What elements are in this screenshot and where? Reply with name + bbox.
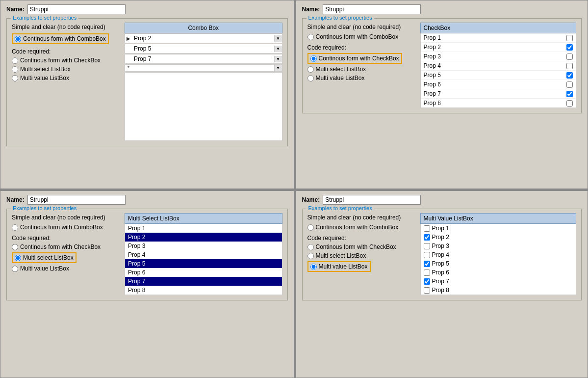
radio-tl-2[interactable] [12,57,18,64]
radio-label-br-3: Multi select ListBox [316,252,366,259]
radio-label-tl-2: Continous form with CheckBox [20,57,101,64]
name-input-bl[interactable] [27,195,126,205]
multival-item-4[interactable]: Prop 4 [421,250,576,259]
radio-option-br-3: Multi select ListBox [307,252,415,259]
radio-option-tl-1: Continous form with ComboBox [12,33,120,44]
radio-bl-4[interactable] [12,266,18,272]
multival-item-1[interactable]: Prop 1 [421,224,576,233]
highlighted-radio-tl: Continous form with ComboBox [12,33,109,44]
listbox-item-5[interactable]: Prop 5 [125,259,282,268]
checkbox-header-tr: CheckBox [420,23,577,33]
multival-checkbox-4[interactable] [424,252,430,258]
radio-tl-4[interactable] [12,75,18,81]
radio-label-tr-1: Continous form with ComboBox [316,33,399,40]
multival-checkbox-3[interactable] [424,243,430,249]
radio-br-3[interactable] [307,253,314,259]
combo-row-2[interactable]: Prop 5 ▼ [125,44,282,54]
checkbox-widget-tr: CheckBox Prop 1 Prop 2 Prop 3 [420,23,577,108]
examples-group-tr: Examples to set properties Simple and cl… [302,18,582,113]
multival-checkbox-1[interactable] [424,225,430,232]
listbox-item-6[interactable]: Prop 6 [125,268,282,277]
radio-tr-1[interactable] [307,34,314,40]
multival-checkbox-5[interactable] [424,261,430,267]
listbox-item-1[interactable]: Prop 1 [125,224,282,233]
radio-label-tl-3: Multi select ListBox [20,66,71,73]
checkbox-label-2: Prop 2 [424,44,441,51]
checkbox-label-6: Prop 6 [424,81,441,88]
multival-checkbox-8[interactable] [424,287,430,294]
listbox-item-4[interactable]: Prop 4 [125,250,282,259]
checkbox-5[interactable] [566,72,573,79]
radio-bl-1[interactable] [12,224,18,231]
multival-item-7[interactable]: Prop 7 [421,277,576,286]
listbox-body-bl: Prop 1 Prop 2 Prop 3 Prop 4 Prop 5 Prop … [125,224,282,295]
name-label-tl: Name: [6,6,25,13]
radio-label-br-1: Continous form with ComboBox [316,224,399,231]
listbox-header-bl: Multi Select ListBox [125,213,282,224]
multival-item-2[interactable]: Prop 2 [421,233,576,242]
listbox-item-3[interactable]: Prop 3 [125,242,282,250]
combo-row-1[interactable]: ▶ Prop 2 ▼ [125,33,282,43]
examples-legend-tl: Examples to set properties [11,15,78,21]
multival-header-br: Multi Value ListBox [420,213,577,224]
name-input-br[interactable] [323,195,421,205]
radio-label-bl-3: Multi select ListBox [23,254,74,261]
radio-tr-2[interactable] [310,55,317,62]
checkbox-2[interactable] [566,44,573,51]
radio-tr-4[interactable] [307,75,314,81]
highlighted-radio-br: Multi value ListBox [307,261,371,272]
radio-label-tr-4: Multi value ListBox [316,75,365,81]
combo-row-3[interactable]: Prop 7 ▼ [125,54,282,64]
radio-tl-3[interactable] [12,66,18,73]
examples-legend-tr: Examples to set properties [307,15,374,21]
radio-option-tr-1: Continous form with ComboBox [307,33,415,40]
combo-btn-2[interactable]: ▼ [274,46,282,52]
multival-checkbox-2[interactable] [424,234,430,241]
radio-tr-3[interactable] [307,66,314,73]
multival-checkbox-6[interactable] [424,270,430,276]
name-input-tl[interactable] [27,4,126,14]
checkbox-4[interactable] [566,63,573,69]
checkbox-1[interactable] [566,35,573,41]
combo-value-3: Prop 7 [132,54,274,63]
radio-br-2[interactable] [307,244,314,250]
radio-bl-2[interactable] [12,244,18,250]
radio-label-br-4: Multi value ListBox [319,263,368,270]
code-required-tr: Code required: [307,44,415,51]
multival-item-5[interactable]: Prop 5 [421,259,576,268]
checkbox-3[interactable] [566,54,573,60]
checkbox-7[interactable] [566,91,573,97]
radio-bl-3[interactable] [15,255,21,261]
radio-br-4[interactable] [310,264,317,270]
checkbox-item-4: Prop 4 [421,61,576,71]
multival-label-4: Prop 4 [432,251,449,258]
checkbox-6[interactable] [566,81,573,88]
checkbox-item-3: Prop 3 [421,52,576,61]
radio-option-tr-3: Multi select ListBox [307,66,415,73]
radio-option-br-2: Continous form with CheckBox [307,243,415,250]
combo-btn-3[interactable]: ▼ [274,56,282,62]
multival-item-6[interactable]: Prop 6 [421,268,576,277]
panel-content-bl: Simple and clear (no code required) Cont… [12,213,282,295]
radio-option-tr-2: Continous form with CheckBox [307,53,415,64]
radio-tl-1[interactable] [15,36,21,42]
multival-item-3[interactable]: Prop 3 [421,242,576,250]
combo-btn-1[interactable]: ▼ [274,35,282,42]
radio-option-br-4: Multi value ListBox [307,261,415,272]
checkbox-item-2: Prop 2 [421,43,576,52]
listbox-item-7[interactable]: Prop 7 [125,277,282,286]
main-grid: Name: Examples to set properties Simple … [0,0,588,378]
name-row-tl: Name: [6,4,288,14]
radio-br-1[interactable] [307,224,314,231]
name-input-tr[interactable] [323,4,421,14]
checkbox-item-5: Prop 5 [421,71,576,80]
listbox-item-2[interactable]: Prop 2 [125,233,282,242]
combo-btn-new[interactable]: ▼ [274,65,282,71]
name-row-br: Name: [302,195,582,205]
multival-item-8[interactable]: Prop 8 [421,286,576,295]
combo-indicator-1: ▶ [125,36,132,41]
listbox-item-8[interactable]: Prop 8 [125,286,282,295]
combo-row-new[interactable]: * ▼ [125,64,282,72]
multival-checkbox-7[interactable] [424,278,430,285]
checkbox-8[interactable] [566,100,573,107]
